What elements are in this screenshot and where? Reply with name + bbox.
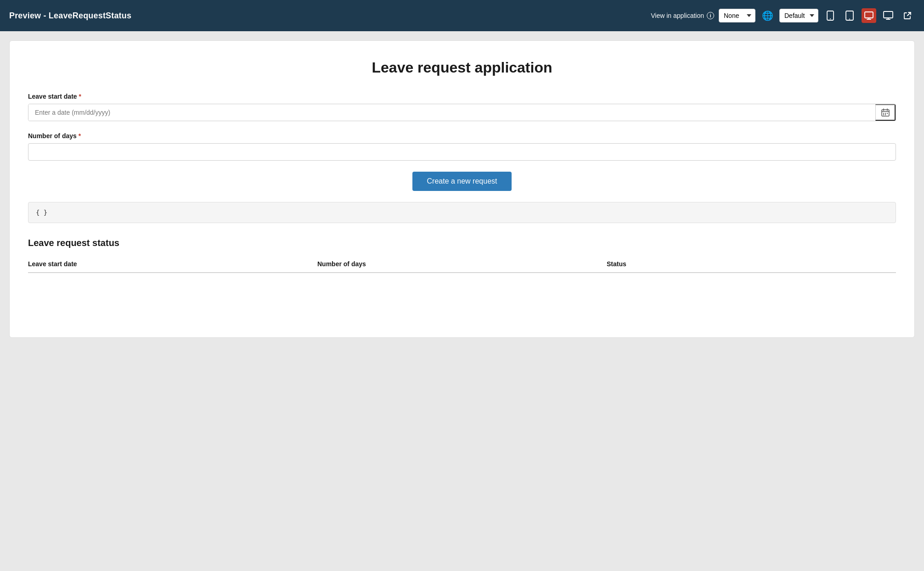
svg-rect-5 (884, 11, 893, 18)
globe-icon[interactable]: 🌐 (760, 8, 775, 23)
info-icon[interactable]: i (707, 12, 714, 19)
table-header-number-of-days: Number of days (317, 260, 607, 268)
leave-start-date-group: Leave start date * (28, 93, 896, 121)
none-dropdown[interactable]: None (719, 9, 755, 22)
date-input-wrapper (28, 104, 896, 121)
form-card: Leave request application Leave start da… (9, 40, 915, 338)
number-of-days-group: Number of days * (28, 132, 896, 161)
required-star-date: * (79, 93, 81, 100)
svg-rect-8 (885, 113, 886, 114)
svg-rect-4 (865, 12, 873, 18)
svg-rect-11 (885, 114, 886, 115)
calendar-button[interactable] (875, 104, 896, 121)
leave-start-date-input[interactable] (28, 104, 875, 121)
tablet-icon[interactable] (842, 8, 857, 23)
number-of-days-input[interactable] (28, 143, 896, 161)
external-link-icon[interactable] (900, 8, 915, 23)
required-star-days: * (79, 132, 81, 140)
table-header: Leave start date Number of days Status (28, 256, 896, 273)
table-body (28, 273, 896, 319)
number-of-days-label: Number of days * (28, 132, 896, 140)
section-title: Leave request status (28, 238, 896, 248)
form-title: Leave request application (28, 59, 896, 76)
default-dropdown[interactable]: Default (779, 9, 818, 22)
svg-point-1 (830, 18, 831, 19)
status-table: Leave start date Number of days Status (28, 256, 896, 319)
page-title: Preview - LeaveRequestStatus (9, 11, 643, 21)
table-header-leave-start-date: Leave start date (28, 260, 317, 268)
navbar-controls: View in application i None 🌐 Default (651, 8, 915, 23)
svg-rect-10 (883, 114, 884, 115)
table-header-status: Status (607, 260, 896, 268)
view-in-app-label: View in application (651, 12, 704, 19)
monitor-icon[interactable] (881, 8, 896, 23)
svg-rect-7 (883, 113, 884, 114)
submit-button-wrapper: Create a new request (28, 172, 896, 191)
navbar: Preview - LeaveRequestStatus View in app… (0, 0, 924, 31)
create-request-button[interactable]: Create a new request (412, 172, 512, 191)
svg-rect-9 (887, 113, 888, 114)
leave-start-date-label: Leave start date * (28, 93, 896, 100)
svg-point-3 (849, 19, 850, 20)
json-preview: { } (28, 202, 896, 223)
desktop-icon-active[interactable] (862, 8, 876, 23)
mobile-icon[interactable] (823, 8, 838, 23)
main-content: Leave request application Leave start da… (0, 31, 924, 347)
view-in-app-section: View in application i (651, 12, 714, 19)
